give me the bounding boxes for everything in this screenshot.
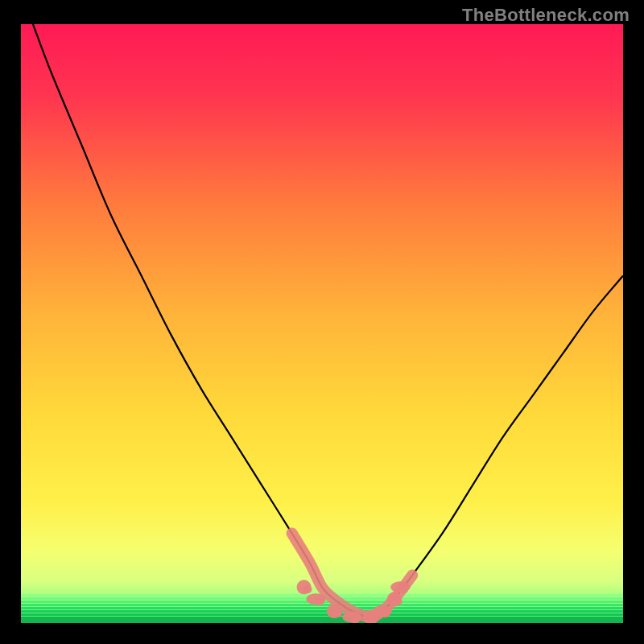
svg-point-24 xyxy=(398,585,408,593)
svg-point-18 xyxy=(369,616,378,624)
plot-background xyxy=(21,24,623,623)
chart-frame: TheBottleneck.com xyxy=(0,0,644,644)
svg-point-12 xyxy=(315,597,324,605)
svg-point-10 xyxy=(303,585,312,593)
svg-point-20 xyxy=(381,609,390,617)
watermark-text: TheBottleneck.com xyxy=(462,5,630,26)
svg-rect-6 xyxy=(21,610,623,613)
svg-rect-7 xyxy=(21,613,623,616)
svg-point-16 xyxy=(350,616,360,624)
svg-point-14 xyxy=(332,609,342,617)
chart-svg xyxy=(0,0,644,644)
svg-rect-5 xyxy=(21,607,623,609)
svg-rect-8 xyxy=(21,617,623,623)
svg-point-22 xyxy=(393,597,402,605)
